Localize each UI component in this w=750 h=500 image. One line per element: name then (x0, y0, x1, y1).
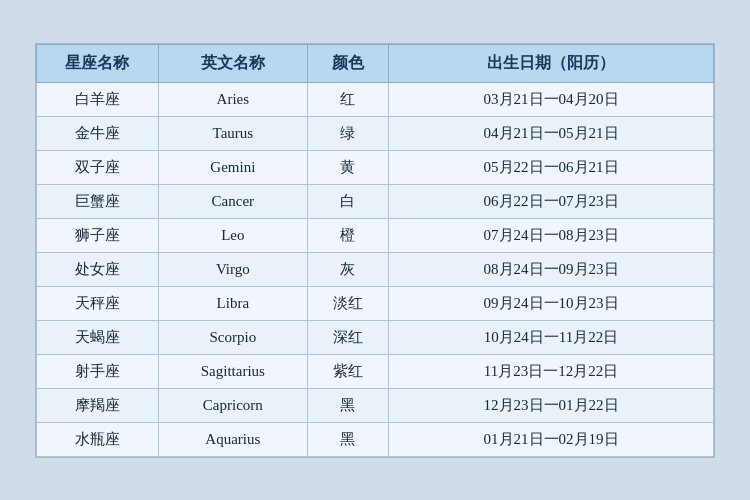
cell-date: 08月24日一09月23日 (389, 252, 714, 286)
cell-date: 04月21日一05月21日 (389, 116, 714, 150)
cell-color: 橙 (307, 218, 388, 252)
zodiac-table-container: 星座名称 英文名称 颜色 出生日期（阳历） 白羊座Aries红03月21日一04… (35, 43, 715, 458)
cell-date: 06月22日一07月23日 (389, 184, 714, 218)
cell-color: 淡红 (307, 286, 388, 320)
table-row: 狮子座Leo橙07月24日一08月23日 (37, 218, 714, 252)
cell-english: Aquarius (158, 422, 307, 456)
cell-english: Aries (158, 82, 307, 116)
cell-chinese: 处女座 (37, 252, 159, 286)
table-row: 处女座Virgo灰08月24日一09月23日 (37, 252, 714, 286)
cell-chinese: 摩羯座 (37, 388, 159, 422)
cell-chinese: 天秤座 (37, 286, 159, 320)
cell-chinese: 狮子座 (37, 218, 159, 252)
cell-chinese: 巨蟹座 (37, 184, 159, 218)
cell-color: 黑 (307, 422, 388, 456)
cell-color: 白 (307, 184, 388, 218)
table-row: 天秤座Libra淡红09月24日一10月23日 (37, 286, 714, 320)
cell-date: 03月21日一04月20日 (389, 82, 714, 116)
cell-chinese: 白羊座 (37, 82, 159, 116)
cell-chinese: 水瓶座 (37, 422, 159, 456)
table-row: 天蝎座Scorpio深红10月24日一11月22日 (37, 320, 714, 354)
cell-color: 红 (307, 82, 388, 116)
cell-date: 01月21日一02月19日 (389, 422, 714, 456)
cell-chinese: 金牛座 (37, 116, 159, 150)
cell-chinese: 射手座 (37, 354, 159, 388)
cell-chinese: 天蝎座 (37, 320, 159, 354)
cell-date: 10月24日一11月22日 (389, 320, 714, 354)
table-row: 射手座Sagittarius紫红11月23日一12月22日 (37, 354, 714, 388)
header-date: 出生日期（阳历） (389, 44, 714, 82)
cell-color: 黑 (307, 388, 388, 422)
zodiac-table: 星座名称 英文名称 颜色 出生日期（阳历） 白羊座Aries红03月21日一04… (36, 44, 714, 457)
cell-english: Sagittarius (158, 354, 307, 388)
header-english: 英文名称 (158, 44, 307, 82)
cell-date: 12月23日一01月22日 (389, 388, 714, 422)
table-row: 双子座Gemini黄05月22日一06月21日 (37, 150, 714, 184)
cell-color: 绿 (307, 116, 388, 150)
cell-english: Scorpio (158, 320, 307, 354)
cell-color: 黄 (307, 150, 388, 184)
table-row: 水瓶座Aquarius黑01月21日一02月19日 (37, 422, 714, 456)
cell-color: 灰 (307, 252, 388, 286)
cell-chinese: 双子座 (37, 150, 159, 184)
table-row: 巨蟹座Cancer白06月22日一07月23日 (37, 184, 714, 218)
cell-english: Leo (158, 218, 307, 252)
table-header-row: 星座名称 英文名称 颜色 出生日期（阳历） (37, 44, 714, 82)
cell-date: 11月23日一12月22日 (389, 354, 714, 388)
cell-color: 深红 (307, 320, 388, 354)
cell-english: Taurus (158, 116, 307, 150)
cell-color: 紫红 (307, 354, 388, 388)
table-row: 金牛座Taurus绿04月21日一05月21日 (37, 116, 714, 150)
cell-english: Capricorn (158, 388, 307, 422)
cell-english: Gemini (158, 150, 307, 184)
cell-english: Libra (158, 286, 307, 320)
cell-english: Cancer (158, 184, 307, 218)
cell-date: 09月24日一10月23日 (389, 286, 714, 320)
cell-date: 05月22日一06月21日 (389, 150, 714, 184)
table-body: 白羊座Aries红03月21日一04月20日金牛座Taurus绿04月21日一0… (37, 82, 714, 456)
table-row: 摩羯座Capricorn黑12月23日一01月22日 (37, 388, 714, 422)
cell-date: 07月24日一08月23日 (389, 218, 714, 252)
cell-english: Virgo (158, 252, 307, 286)
header-chinese: 星座名称 (37, 44, 159, 82)
table-row: 白羊座Aries红03月21日一04月20日 (37, 82, 714, 116)
header-color: 颜色 (307, 44, 388, 82)
